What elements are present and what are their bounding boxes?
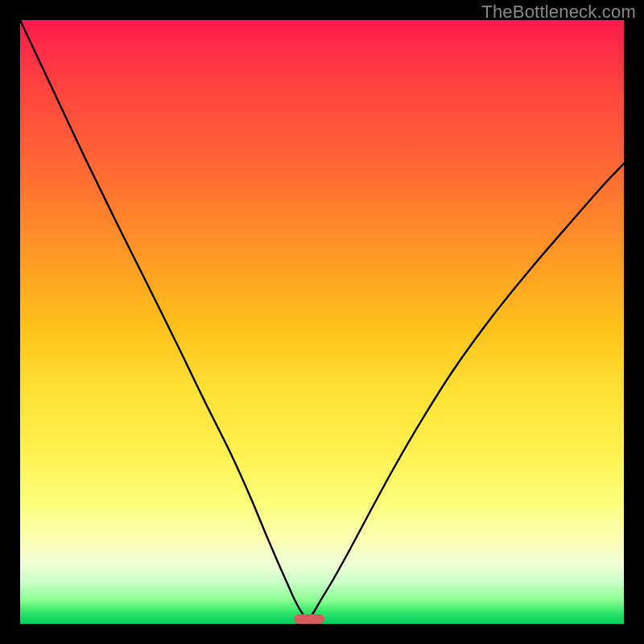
curve-svg [20,20,624,624]
bottleneck-curve [20,20,624,621]
minimum-marker [294,614,324,624]
chart-frame: TheBottleneck.com [0,0,644,644]
plot-area [20,20,624,624]
